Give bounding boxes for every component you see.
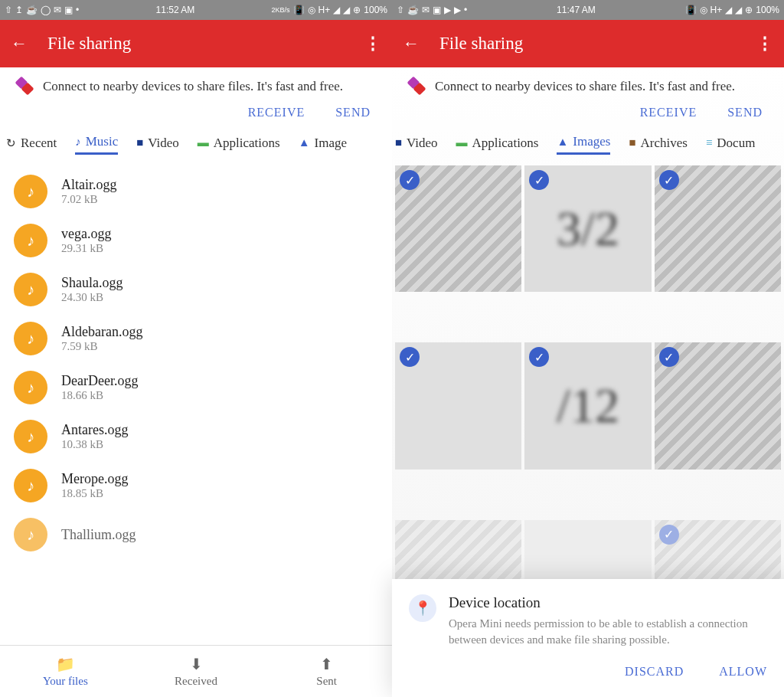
signal-icon: ◢ xyxy=(725,5,732,15)
receive-button[interactable]: RECEIVE xyxy=(248,106,305,119)
image-thumbnail[interactable]: ✓ xyxy=(655,342,781,469)
nav-label: Received xyxy=(175,675,217,688)
file-item[interactable]: ♪ Thallium.ogg xyxy=(0,510,392,559)
file-size: 10.38 kB xyxy=(61,438,128,451)
image-thumbnail[interactable]: ✓ xyxy=(395,342,521,469)
nav-label: Your files xyxy=(43,675,88,688)
back-button[interactable]: ← xyxy=(11,34,28,54)
file-item[interactable]: ♪ Aldebaran.ogg7.59 kB xyxy=(0,314,392,363)
image-thumbnail[interactable]: ✓ xyxy=(395,165,521,292)
status-battery: 100% xyxy=(756,5,779,15)
download-icon: ⬇ xyxy=(190,655,203,673)
tab-label: Recent xyxy=(21,136,57,151)
status-signal: H+ xyxy=(318,5,331,15)
status-bar: ⇧ ☕ ✉ ▣ ▶ ▶ • 11:47 AM 📳 ◎ H+ ◢ ◢ ⊕ 100% xyxy=(392,0,784,20)
tab-archives[interactable]: Archives xyxy=(629,136,687,154)
music-file-icon: ♪ xyxy=(14,469,47,502)
banner-text: Connect to nearby devices to share files… xyxy=(435,78,735,96)
share-banner: Connect to nearby devices to share files… xyxy=(392,67,784,101)
banner-text: Connect to nearby devices to share files… xyxy=(43,78,343,96)
send-button[interactable]: SEND xyxy=(727,106,763,119)
image-thumbnail[interactable]: /12✓ xyxy=(524,342,651,469)
tab-label: Video xyxy=(148,136,179,151)
signal-icon: ◢ xyxy=(333,5,340,15)
file-size: 18.85 kB xyxy=(61,487,128,500)
music-file-icon: ♪ xyxy=(14,273,47,306)
check-icon: ✓ xyxy=(529,347,549,367)
apps-icon xyxy=(198,136,209,149)
music-file-icon: ♪ xyxy=(14,371,47,404)
status-time: 11:52 AM xyxy=(156,5,195,15)
file-item[interactable]: ♪ Shaula.ogg24.30 kB xyxy=(0,265,392,314)
send-button[interactable]: SEND xyxy=(335,106,371,119)
status-icon: ◯ xyxy=(41,5,51,15)
app-bar: ← File sharing ⋮ xyxy=(0,20,392,67)
status-icon: ↥ xyxy=(15,5,23,15)
docs-icon xyxy=(706,136,712,149)
tab-documents[interactable]: Docum xyxy=(706,136,756,154)
check-icon: ✓ xyxy=(400,170,420,190)
nav-received[interactable]: ⬇ Received xyxy=(131,646,262,697)
images-icon xyxy=(557,136,568,149)
tab-label: Music xyxy=(86,134,119,149)
recent-icon xyxy=(6,136,16,150)
file-name: Antares.ogg xyxy=(61,422,128,438)
file-name: DearDeer.ogg xyxy=(61,373,138,389)
music-file-icon: ♪ xyxy=(14,518,47,551)
app-bar: ← File sharing ⋮ xyxy=(392,20,784,67)
battery-circle-icon: ⊕ xyxy=(353,5,361,15)
file-item[interactable]: ♪ vega.ogg29.31 kB xyxy=(0,216,392,265)
status-icon: ☕ xyxy=(26,5,38,15)
tab-video[interactable]: Video xyxy=(136,136,179,154)
sync-icon: ◎ xyxy=(308,5,315,15)
file-size: 18.66 kB xyxy=(61,389,138,402)
file-item[interactable]: ♪ DearDeer.ogg18.66 kB xyxy=(0,363,392,412)
share-icon xyxy=(406,78,424,97)
file-list: ♪ Altair.ogg7.02 kB ♪ vega.ogg29.31 kB ♪… xyxy=(0,162,392,645)
image-label: 3/2 xyxy=(557,201,619,257)
status-signal: H+ xyxy=(710,5,723,15)
file-item[interactable]: ♪ Antares.ogg10.38 kB xyxy=(0,412,392,461)
tab-recent[interactable]: Recent xyxy=(6,136,57,154)
tab-applications[interactable]: Applications xyxy=(198,136,280,154)
tab-label: Applications xyxy=(472,136,539,151)
music-icon xyxy=(75,136,81,149)
file-item[interactable]: ♪ Altair.ogg7.02 kB xyxy=(0,167,392,216)
image-thumbnail[interactable]: 3/2✓ xyxy=(524,165,651,292)
app-title: File sharing xyxy=(439,34,756,54)
status-net: 2KB/s xyxy=(272,7,290,14)
tab-images[interactable]: Image xyxy=(299,136,347,154)
file-name: Merope.ogg xyxy=(61,471,128,487)
overflow-menu-button[interactable]: ⋮ xyxy=(756,34,773,54)
music-file-icon: ♪ xyxy=(14,224,47,257)
nav-sent[interactable]: ⬆ Sent xyxy=(261,646,392,697)
overflow-menu-button[interactable]: ⋮ xyxy=(364,34,381,54)
allow-button[interactable]: ALLOW xyxy=(719,665,767,679)
file-name: Shaula.ogg xyxy=(61,275,123,291)
nav-your-files[interactable]: 📁 Your files xyxy=(0,646,131,697)
discard-button[interactable]: DISCARD xyxy=(625,665,684,679)
tab-applications[interactable]: Applications xyxy=(456,136,539,154)
vibrate-icon: 📳 xyxy=(685,5,697,15)
receive-button[interactable]: RECEIVE xyxy=(640,106,697,119)
dialog-body: Opera Mini needs permission to be able t… xyxy=(449,616,767,648)
permission-dialog: 📍 Device location Opera Mini needs permi… xyxy=(392,579,784,697)
tab-images[interactable]: Images xyxy=(557,134,610,155)
status-icon: ✉ xyxy=(422,5,430,15)
screen-right: ⇧ ☕ ✉ ▣ ▶ ▶ • 11:47 AM 📳 ◎ H+ ◢ ◢ ⊕ 100%… xyxy=(392,0,784,697)
file-size: 29.31 kB xyxy=(61,242,111,255)
tab-music[interactable]: Music xyxy=(75,134,118,155)
bottom-nav: 📁 Your files ⬇ Received ⬆ Sent xyxy=(0,645,392,697)
video-icon xyxy=(136,136,143,149)
banner-actions: RECEIVE SEND xyxy=(392,101,784,127)
app-title: File sharing xyxy=(47,34,364,54)
tab-video[interactable]: Video xyxy=(395,136,438,154)
file-name: vega.ogg xyxy=(61,226,111,242)
music-file-icon: ♪ xyxy=(14,420,47,453)
image-thumbnail[interactable]: ✓ xyxy=(655,165,781,292)
screen-left: ⇧ ↥ ☕ ◯ ✉ ▣ • 11:52 AM 2KB/s 📳 ◎ H+ ◢ ◢ … xyxy=(0,0,392,697)
share-icon xyxy=(14,78,32,97)
back-button[interactable]: ← xyxy=(403,34,420,54)
file-size: 7.59 kB xyxy=(61,340,142,353)
file-item[interactable]: ♪ Merope.ogg18.85 kB xyxy=(0,461,392,510)
